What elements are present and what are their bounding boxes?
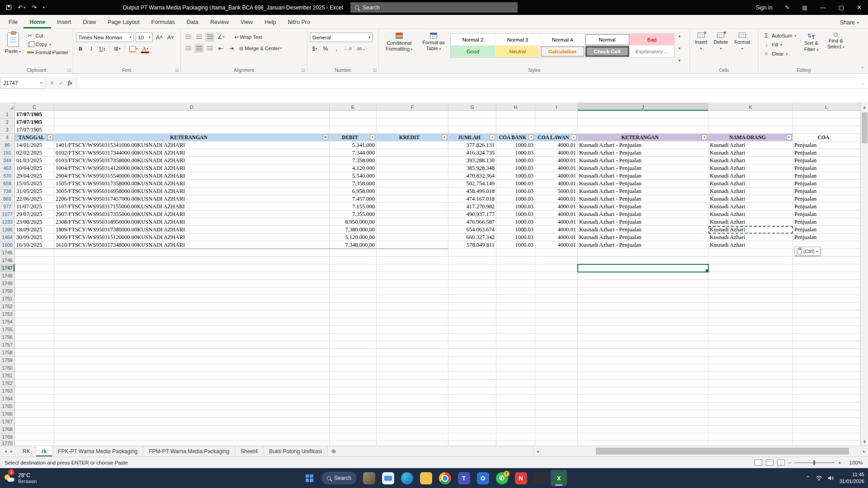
cell-I1753[interactable] xyxy=(535,310,578,318)
row-header-1762[interactable]: 1762 xyxy=(0,380,15,387)
scroll-up-icon[interactable]: ▲ xyxy=(861,103,868,111)
cell-K1759[interactable] xyxy=(708,357,793,364)
cell-H4[interactable]: COA BANK▾ xyxy=(496,134,535,141)
cell-D1396[interactable]: 1809/FTSCY/WS950317380000.00KUSNADI AZHA… xyxy=(54,226,330,234)
cell-D349[interactable]: 0103/FTSCY/WS950317358000.00KUSNADI AZHA… xyxy=(54,157,330,164)
cell-G1464[interactable]: 660.327.342 xyxy=(448,234,496,241)
taskbar-icon-excel[interactable] xyxy=(551,470,567,486)
cell-L1769[interactable] xyxy=(793,433,860,441)
cell-L1756[interactable] xyxy=(793,333,860,341)
cell-G1758[interactable] xyxy=(448,349,496,357)
cell-J1762[interactable] xyxy=(578,380,708,387)
taskbar-icon-profile-photo[interactable] xyxy=(361,470,377,486)
cell-G1763[interactable] xyxy=(448,387,496,395)
cell-K1762[interactable] xyxy=(708,380,793,387)
cell-C349[interactable]: 01/03/2025 xyxy=(15,157,54,164)
cell-H1745[interactable] xyxy=(496,249,535,257)
cell-G463[interactable]: 385.928.348 xyxy=(448,164,496,172)
cell-C1745[interactable] xyxy=(15,249,54,257)
cell-I4[interactable]: COA LAWAN▾ xyxy=(535,134,578,141)
increase-indent-button[interactable]: ⇥ xyxy=(227,44,236,53)
sheet-tab-fpk-pt-warna-media-packaging[interactable]: FPK-PT Warna Media Packaging xyxy=(52,446,143,456)
cell-L1757[interactable] xyxy=(793,341,860,349)
cell-K1758[interactable] xyxy=(708,349,793,357)
taskbar-icon-file-explorer[interactable] xyxy=(380,470,396,486)
cell-I1761[interactable] xyxy=(535,372,578,380)
decrease-font-size-button[interactable]: A˅ xyxy=(166,33,175,42)
cell-D570[interactable]: 2904/FTSCY/WS950315540000.00KUSNADI AZHA… xyxy=(54,172,330,180)
zoom-out-button[interactable]: − xyxy=(788,460,792,465)
cell-D1751[interactable] xyxy=(54,295,330,303)
cell-I1768[interactable] xyxy=(535,426,578,433)
scroll-left-icon[interactable]: ◂ xyxy=(534,449,542,454)
row-header-1764[interactable]: 1764 xyxy=(0,395,15,403)
cell-G1769[interactable] xyxy=(448,433,496,441)
ribbon-tab-nitro-pro[interactable]: Nitro Pro xyxy=(282,16,316,28)
cell-H1750[interactable] xyxy=(496,287,535,295)
cell-I1766[interactable] xyxy=(535,410,578,418)
cell-D1748[interactable] xyxy=(54,272,330,280)
cell-E1750[interactable] xyxy=(330,287,377,295)
cell-F1077[interactable] xyxy=(377,211,448,218)
row-header-1761[interactable]: 1761 xyxy=(0,372,15,380)
cell-E1752[interactable] xyxy=(330,303,377,310)
cell-E1077[interactable]: 7.355.000 xyxy=(330,211,377,218)
cell-L1764[interactable] xyxy=(793,395,860,403)
cell-J658[interactable]: Kusnadi Azhari - Penjualan xyxy=(578,180,708,188)
cell-K1755[interactable] xyxy=(708,326,793,333)
cell-K1765[interactable] xyxy=(708,403,793,410)
cell-I1755[interactable] xyxy=(535,326,578,333)
taskbar-icon-teams[interactable] xyxy=(456,470,472,486)
cell-H191[interactable]: 1000.03 xyxy=(496,149,535,157)
cell-L1768[interactable] xyxy=(793,426,860,433)
cell-F1749[interactable] xyxy=(377,280,448,287)
cell-H1763[interactable] xyxy=(496,387,535,395)
cell-H349[interactable]: 1000.03 xyxy=(496,157,535,164)
cancel-formula-icon[interactable]: ✕ xyxy=(50,80,54,86)
cell-G1755[interactable] xyxy=(448,326,496,333)
cell-G1077[interactable]: 490.937.177 xyxy=(448,211,496,218)
close-button[interactable]: ✕ xyxy=(850,0,868,15)
cell-style-check-cell[interactable]: Check Cell xyxy=(585,46,630,57)
cell-H1768[interactable] xyxy=(496,426,535,433)
cell-G1747[interactable] xyxy=(448,264,496,272)
cell-C658[interactable]: 15/05/2025 xyxy=(15,180,54,188)
collapse-ribbon-icon[interactable]: ⌃ xyxy=(861,66,864,71)
cell-K977[interactable]: Kusnadi Azhari xyxy=(708,203,793,211)
cell-I1749[interactable] xyxy=(535,280,578,287)
cell-H1752[interactable] xyxy=(496,303,535,310)
sheet-nav-right-icon[interactable]: ▸ xyxy=(10,449,13,454)
orientation-button[interactable]: ∠▾ xyxy=(216,33,226,42)
cell-C1752[interactable] xyxy=(15,303,54,310)
cell-J1758[interactable] xyxy=(578,349,708,357)
cell-D1077[interactable]: 2907/FTSCY/WS950317355000.00KUSNADI AZHA… xyxy=(54,211,330,218)
cell-K1767[interactable] xyxy=(708,418,793,426)
cell-K1464[interactable]: Kusnadi Azhari xyxy=(708,234,793,241)
zoom-level[interactable]: 100% xyxy=(844,460,863,465)
cell-F1763[interactable] xyxy=(377,387,448,395)
cell-H1762[interactable] xyxy=(496,380,535,387)
cell-L1755[interactable] xyxy=(793,326,860,333)
filter-dropdown-icon[interactable]: ▾ xyxy=(370,135,375,140)
fill-color-button[interactable]: ▾ xyxy=(128,44,139,53)
cell-D1747[interactable] xyxy=(54,264,330,272)
cell-K1760[interactable] xyxy=(708,364,793,372)
ribbon-tab-home[interactable]: Home xyxy=(24,16,51,28)
cell-G4[interactable]: JUMLAH▾ xyxy=(448,134,496,141)
wifi-icon[interactable] xyxy=(816,475,822,481)
row-header-1756[interactable]: 1756 xyxy=(0,333,15,341)
cell-H1767[interactable] xyxy=(496,418,535,426)
cell-G1396[interactable]: 654.063.674 xyxy=(448,226,496,234)
cell-G1762[interactable] xyxy=(448,380,496,387)
ribbon-tab-review[interactable]: Review xyxy=(204,16,235,28)
filter-dropdown-icon[interactable]: ▾ xyxy=(442,135,447,140)
cell-E570[interactable]: 5.540.000 xyxy=(330,172,377,180)
cell-F1768[interactable] xyxy=(377,426,448,433)
cell-H1754[interactable] xyxy=(496,318,535,326)
save-button[interactable] xyxy=(6,5,11,10)
row-header-191[interactable]: 191 xyxy=(0,149,15,157)
cell-J1769[interactable] xyxy=(578,433,708,441)
cell-L1762[interactable] xyxy=(793,380,860,387)
cell-C1761[interactable] xyxy=(15,372,54,380)
cell-I1600[interactable]: 4000.01 xyxy=(535,241,578,249)
